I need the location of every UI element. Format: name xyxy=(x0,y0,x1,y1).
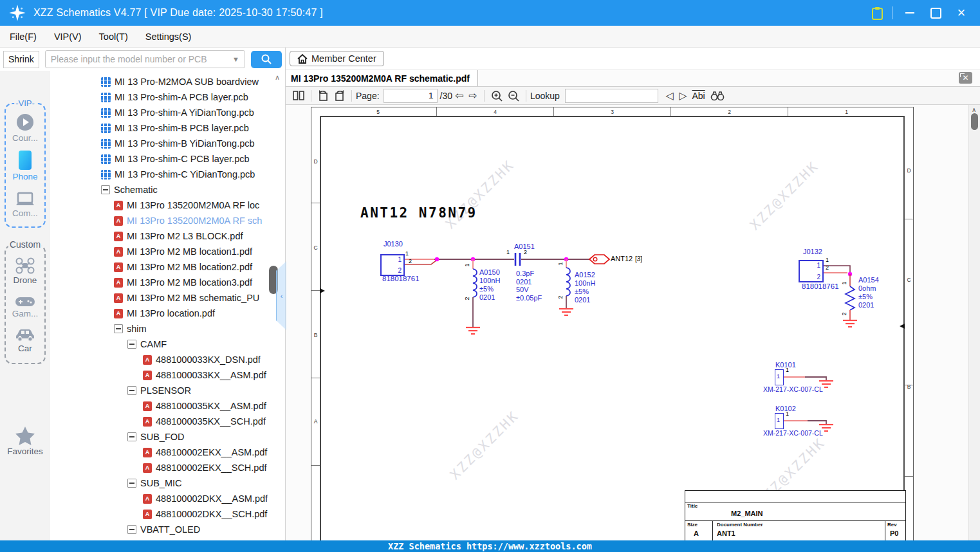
tree-item-label: MI 13 Pro-shim-C YiDianTong.pcb xyxy=(115,169,255,179)
page-number-input[interactable]: 1 xyxy=(384,89,438,103)
rail-item-course[interactable]: Cour... xyxy=(0,113,50,143)
tree-item-label: MI 13 Pro-shim-C PCB layer.pcb xyxy=(115,154,250,164)
tree-file[interactable]: AMI 13Pro 135200M2M0A RF sch xyxy=(50,213,285,228)
label-a0152: A0152100nH ±5%0201 xyxy=(575,271,595,304)
minimize-button[interactable] xyxy=(901,5,918,21)
clipboard-icon[interactable] xyxy=(872,6,883,20)
port-sheet-ref: [3] xyxy=(635,255,642,262)
tree-item-label: MI 13Pro M2 MB schematic_PU xyxy=(127,293,259,303)
maximize-button[interactable] xyxy=(927,5,944,21)
page-label: Page: xyxy=(356,91,380,101)
tree-file[interactable]: A488100002EKX__ASM.pdf xyxy=(50,445,285,460)
tree-item-label: 4881000035KX__ASM.pdf xyxy=(156,401,266,411)
model-search-input[interactable]: Please input the model number or PCB ▼ xyxy=(45,50,245,68)
tree-file[interactable]: AMI 13Pro M2 MB schematic_PU xyxy=(50,290,285,306)
zoom-out-icon[interactable] xyxy=(505,88,522,104)
search-button[interactable] xyxy=(251,51,282,68)
member-center-button[interactable]: Member Center xyxy=(290,51,384,66)
find-next-icon[interactable]: ▷ xyxy=(676,88,689,104)
title-block: Title M2_MAIN Size A Document Number ANT… xyxy=(685,490,906,540)
rail-item-computer[interactable]: Com... xyxy=(0,192,50,218)
rail-item-game[interactable]: Gam... xyxy=(0,296,50,318)
tree-file[interactable]: MI 13 Pro-shim-A PCB layer.pcb xyxy=(50,89,285,105)
tree-file[interactable]: AMI 13Pro M2 L3 BLOCK.pdf xyxy=(50,228,285,244)
tree-file[interactable]: A4881000033KX_DSN.pdf xyxy=(50,352,285,367)
tree-file[interactable]: MI 13 Pro-shim-C YiDianTong.pcb xyxy=(50,167,285,182)
collapse-icon[interactable] xyxy=(127,432,136,441)
pin-number: 1 xyxy=(786,367,789,373)
rail-item-favorites[interactable]: Favorites xyxy=(0,426,50,456)
rail-item-phone[interactable]: Phone xyxy=(0,150,50,181)
tree-file[interactable]: MI 13 Pro-shim-C PCB layer.pcb xyxy=(50,151,285,167)
tree-file[interactable]: AMI 13Pro M2 MB location1.pdf xyxy=(50,244,285,259)
shrink-button[interactable]: Shrink xyxy=(3,51,39,68)
rotate-right-icon[interactable] xyxy=(331,88,347,104)
tree-folder[interactable]: SUB_FOD xyxy=(50,429,285,445)
tree-file[interactable]: A4881000035KX__SCH.pdf xyxy=(50,414,285,429)
collapse-panel-handle[interactable]: ‹ xyxy=(276,261,286,330)
collapse-icon[interactable] xyxy=(101,185,110,194)
page-number-value: 1 xyxy=(429,91,434,100)
binoculars-icon[interactable] xyxy=(708,88,727,104)
tree-file[interactable]: AMI 13Pro 135200M2M0A RF loc xyxy=(50,198,285,213)
rotate-left-icon[interactable] xyxy=(315,88,331,104)
tree-file[interactable]: MI 13 Pro-M2MOA SUB boardview xyxy=(50,74,285,89)
search-row: Shrink Please input the model number or … xyxy=(0,48,285,71)
lookup-input[interactable] xyxy=(565,89,658,103)
menu-tool[interactable]: Tool(T) xyxy=(99,32,128,42)
chevron-down-icon[interactable]: ▼ xyxy=(232,55,239,63)
two-page-view-icon[interactable] xyxy=(290,88,307,104)
rail-item-car[interactable]: Car xyxy=(0,328,50,353)
collapse-icon[interactable] xyxy=(114,324,123,333)
collapse-icon[interactable] xyxy=(127,525,136,534)
tree-item-label: 4881000035KX__SCH.pdf xyxy=(156,416,266,427)
pin-number: 1 xyxy=(405,250,409,257)
tree-file[interactable]: AMI 13Pro M2 MB location2.pdf xyxy=(50,259,285,275)
tree-file[interactable]: A488100002EKX__SCH.pdf xyxy=(50,460,285,475)
menu-settings[interactable]: Settings(S) xyxy=(145,32,192,42)
tree-file[interactable]: A488100002DKX__ASM.pdf xyxy=(50,491,285,506)
pin-label: 2 xyxy=(817,273,820,281)
tree-file[interactable]: A4881000035KX__ASM.pdf xyxy=(50,398,285,414)
tree-folder[interactable]: VBATT_OLED xyxy=(50,522,285,537)
tree-file[interactable]: AMI 13Pro M2 MB location3.pdf xyxy=(50,275,285,290)
pdf-viewport[interactable]: 5 4 3 2 1 D C B A D xyxy=(286,105,980,540)
tree-item-label: CAMF xyxy=(140,339,167,349)
tree-folder[interactable]: PLSENSOR xyxy=(50,383,285,398)
tree-file[interactable]: AMI 13Pro location.pdf xyxy=(50,306,285,321)
tab-rf-schematic[interactable]: MI 13Pro 135200M2M0A RF schematic.pdf xyxy=(286,70,478,86)
pdf-scrollbar[interactable]: ∧ xyxy=(968,105,980,540)
tree-scroll-up-icon[interactable]: ∧ xyxy=(275,73,280,82)
tree-file[interactable]: A488100002DKX__SCH.pdf xyxy=(50,506,285,522)
tree-file[interactable]: A4881000033KX__ASM.pdf xyxy=(50,367,285,383)
pdf-scrollbar-thumb[interactable] xyxy=(971,113,978,130)
collapse-icon[interactable] xyxy=(127,479,136,488)
prev-page-icon[interactable]: ⇦ xyxy=(452,88,466,104)
tree-item-label: MI 13Pro M2 L3 BLOCK.pdf xyxy=(127,231,243,241)
pin-label: 1 xyxy=(777,373,780,380)
next-page-icon[interactable]: ⇨ xyxy=(466,88,479,104)
connector-j0132: 1 2 xyxy=(799,260,824,282)
collapse-icon[interactable] xyxy=(127,386,136,395)
rail-item-label: Com... xyxy=(12,208,38,218)
category-rail: -VIP- Cour... Phone xyxy=(0,71,50,540)
close-document-icon[interactable]: ✕ xyxy=(959,72,972,84)
find-prev-icon[interactable]: ◁ xyxy=(663,88,676,104)
scroll-up-icon[interactable]: ∧ xyxy=(972,106,976,113)
rail-item-drone[interactable]: Drone xyxy=(0,257,50,285)
tree-folder[interactable]: CAMF xyxy=(50,336,285,352)
tree-file[interactable]: MI 13 Pro-shim-B PCB layer.pcb xyxy=(50,120,285,136)
tree-file[interactable]: MI 13 Pro-shim-A YiDianTong.pcb xyxy=(50,105,285,120)
pdf-icon: A xyxy=(114,232,123,241)
tree-folder[interactable]: SUB_MIC xyxy=(50,475,285,491)
zoom-in-icon[interactable] xyxy=(488,88,505,104)
menu-file[interactable]: File(F) xyxy=(10,32,37,42)
tree-folder[interactable]: Schematic xyxy=(50,182,285,198)
status-bar: XZZ Schematics https://www.xzztools.com xyxy=(0,540,980,552)
match-case-icon[interactable]: Abi xyxy=(692,91,705,101)
collapse-icon[interactable] xyxy=(127,340,136,349)
tree-folder[interactable]: shim xyxy=(50,321,285,336)
menu-vip[interactable]: VIP(V) xyxy=(54,32,82,42)
tree-file[interactable]: MI 13 Pro-shim-B YiDianTong.pcb xyxy=(50,136,285,151)
close-button[interactable]: × xyxy=(953,5,970,21)
